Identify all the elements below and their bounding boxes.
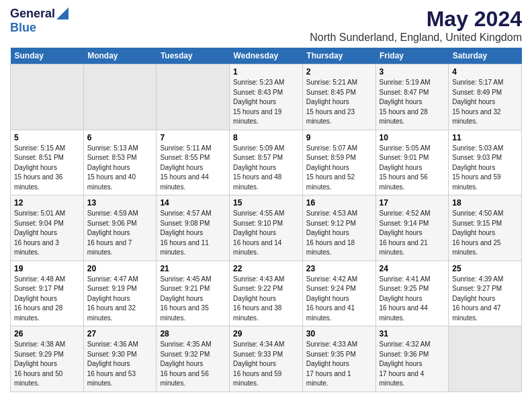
day-info: Sunrise: 4:52 AMSunset: 9:14 PMDaylight … [380, 209, 445, 258]
calendar-cell: 27Sunrise: 4:36 AMSunset: 9:30 PMDayligh… [83, 326, 157, 392]
day-info: Sunrise: 5:19 AMSunset: 8:47 PMDaylight … [380, 78, 445, 127]
day-number: 10 [380, 133, 445, 142]
day-info: Sunrise: 5:11 AMSunset: 8:55 PMDaylight … [160, 144, 226, 193]
day-info: Sunrise: 4:43 AMSunset: 9:22 PMDaylight … [233, 275, 299, 324]
day-info: Sunrise: 5:17 AMSunset: 8:49 PMDaylight … [452, 78, 518, 127]
day-info: Sunrise: 4:53 AMSunset: 9:12 PMDaylight … [306, 209, 372, 258]
day-info: Sunrise: 5:23 AMSunset: 8:43 PMDaylight … [233, 78, 299, 127]
header-wednesday: Wednesday [230, 48, 303, 64]
calendar-cell: 15Sunrise: 4:55 AMSunset: 9:10 PMDayligh… [230, 195, 303, 261]
day-info: Sunrise: 4:47 AMSunset: 9:19 PMDaylight … [87, 275, 153, 324]
calendar-cell: 20Sunrise: 4:47 AMSunset: 9:19 PMDayligh… [83, 261, 157, 326]
header-tuesday: Tuesday [157, 48, 230, 64]
day-number: 22 [233, 264, 299, 273]
calendar-cell: 18Sunrise: 4:50 AMSunset: 9:15 PMDayligh… [449, 195, 522, 261]
calendar-cell: 9Sunrise: 5:07 AMSunset: 8:59 PMDaylight… [302, 130, 375, 195]
calendar-cell: 19Sunrise: 4:48 AMSunset: 9:17 PMDayligh… [11, 261, 84, 326]
day-number: 31 [380, 329, 445, 338]
calendar-cell: 24Sunrise: 4:41 AMSunset: 9:25 PMDayligh… [375, 261, 449, 326]
logo: General Blue [10, 7, 69, 35]
calendar-cell: 21Sunrise: 4:45 AMSunset: 9:21 PMDayligh… [157, 261, 230, 326]
logo-general-text: General [10, 7, 55, 21]
day-info: Sunrise: 5:15 AMSunset: 8:51 PMDaylight … [14, 144, 80, 193]
day-info: Sunrise: 4:59 AMSunset: 9:06 PMDaylight … [87, 209, 153, 258]
day-info: Sunrise: 4:41 AMSunset: 9:25 PMDaylight … [380, 275, 445, 324]
day-number: 7 [160, 133, 226, 142]
page-header: General Blue May 2024 North Sunderland, … [10, 7, 522, 44]
calendar-week-row: 5Sunrise: 5:15 AMSunset: 8:51 PMDaylight… [11, 130, 522, 195]
day-info: Sunrise: 4:57 AMSunset: 9:08 PMDaylight … [160, 209, 226, 258]
day-number: 26 [14, 329, 80, 338]
day-info: Sunrise: 4:50 AMSunset: 9:15 PMDaylight … [452, 209, 518, 258]
day-info: Sunrise: 4:48 AMSunset: 9:17 PMDaylight … [14, 275, 80, 324]
calendar-cell: 4Sunrise: 5:17 AMSunset: 8:49 PMDaylight… [449, 64, 522, 130]
calendar-cell [449, 326, 522, 392]
day-info: Sunrise: 5:21 AMSunset: 8:45 PMDaylight … [306, 78, 372, 127]
day-number: 6 [87, 133, 153, 142]
day-number: 23 [306, 264, 372, 273]
day-number: 12 [14, 198, 80, 208]
day-number: 3 [380, 67, 445, 77]
day-number: 21 [160, 264, 226, 273]
calendar-week-row: 19Sunrise: 4:48 AMSunset: 9:17 PMDayligh… [11, 261, 522, 326]
calendar-cell: 30Sunrise: 4:33 AMSunset: 9:35 PMDayligh… [302, 326, 375, 392]
day-info: Sunrise: 5:05 AMSunset: 9:01 PMDaylight … [380, 144, 445, 193]
calendar-cell: 22Sunrise: 4:43 AMSunset: 9:22 PMDayligh… [230, 261, 303, 326]
day-number: 16 [306, 198, 372, 208]
day-info: Sunrise: 4:36 AMSunset: 9:30 PMDaylight … [87, 340, 153, 389]
calendar-cell: 3Sunrise: 5:19 AMSunset: 8:47 PMDaylight… [375, 64, 449, 130]
day-number: 28 [160, 329, 226, 338]
calendar-cell: 31Sunrise: 4:32 AMSunset: 9:36 PMDayligh… [375, 326, 449, 392]
day-number: 2 [306, 67, 372, 77]
calendar-week-row: 12Sunrise: 5:01 AMSunset: 9:04 PMDayligh… [11, 195, 522, 261]
calendar-cell: 23Sunrise: 4:42 AMSunset: 9:24 PMDayligh… [302, 261, 375, 326]
day-number: 5 [14, 133, 80, 142]
day-number: 8 [233, 133, 299, 142]
day-number: 17 [380, 198, 445, 208]
day-number: 9 [306, 133, 372, 142]
day-info: Sunrise: 4:42 AMSunset: 9:24 PMDaylight … [306, 275, 372, 324]
day-info: Sunrise: 4:34 AMSunset: 9:33 PMDaylight … [233, 340, 299, 389]
day-info: Sunrise: 5:01 AMSunset: 9:04 PMDaylight … [14, 209, 80, 258]
location-title: North Sunderland, England, United Kingdo… [310, 32, 522, 44]
header-sunday: Sunday [11, 48, 84, 64]
logo-triangle-icon [56, 7, 69, 19]
calendar-cell: 5Sunrise: 5:15 AMSunset: 8:51 PMDaylight… [11, 130, 84, 195]
header-friday: Friday [375, 48, 449, 64]
calendar-week-row: 26Sunrise: 4:38 AMSunset: 9:29 PMDayligh… [11, 326, 522, 392]
day-info: Sunrise: 5:13 AMSunset: 8:53 PMDaylight … [87, 144, 153, 193]
header-saturday: Saturday [449, 48, 522, 64]
svg-marker-0 [56, 7, 69, 19]
calendar-week-row: 1Sunrise: 5:23 AMSunset: 8:43 PMDaylight… [11, 64, 522, 130]
day-number: 29 [233, 329, 299, 338]
calendar-cell: 1Sunrise: 5:23 AMSunset: 8:43 PMDaylight… [230, 64, 303, 130]
day-info: Sunrise: 5:09 AMSunset: 8:57 PMDaylight … [233, 144, 299, 193]
day-number: 1 [233, 67, 299, 77]
calendar-cell: 28Sunrise: 4:35 AMSunset: 9:32 PMDayligh… [157, 326, 230, 392]
day-info: Sunrise: 4:35 AMSunset: 9:32 PMDaylight … [160, 340, 226, 389]
day-number: 19 [14, 264, 80, 273]
day-number: 25 [452, 264, 518, 273]
day-number: 14 [160, 198, 226, 208]
day-info: Sunrise: 5:07 AMSunset: 8:59 PMDaylight … [306, 144, 372, 193]
calendar-table: SundayMondayTuesdayWednesdayThursdayFrid… [10, 48, 522, 392]
day-number: 20 [87, 264, 153, 273]
title-area: May 2024 North Sunderland, England, Unit… [310, 7, 522, 44]
day-info: Sunrise: 4:33 AMSunset: 9:35 PMDaylight … [306, 340, 372, 389]
day-number: 15 [233, 198, 299, 208]
day-number: 27 [87, 329, 153, 338]
month-title: May 2024 [310, 7, 522, 32]
day-number: 24 [380, 264, 445, 273]
header-thursday: Thursday [302, 48, 375, 64]
calendar-cell: 17Sunrise: 4:52 AMSunset: 9:14 PMDayligh… [375, 195, 449, 261]
day-info: Sunrise: 4:45 AMSunset: 9:21 PMDaylight … [160, 275, 226, 324]
day-number: 13 [87, 198, 153, 208]
header-monday: Monday [83, 48, 157, 64]
calendar-cell: 8Sunrise: 5:09 AMSunset: 8:57 PMDaylight… [230, 130, 303, 195]
day-number: 30 [306, 329, 372, 338]
calendar-cell [83, 64, 157, 130]
day-info: Sunrise: 5:03 AMSunset: 9:03 PMDaylight … [452, 144, 518, 193]
calendar-cell: 16Sunrise: 4:53 AMSunset: 9:12 PMDayligh… [302, 195, 375, 261]
day-number: 11 [452, 133, 518, 142]
calendar-cell: 7Sunrise: 5:11 AMSunset: 8:55 PMDaylight… [157, 130, 230, 195]
